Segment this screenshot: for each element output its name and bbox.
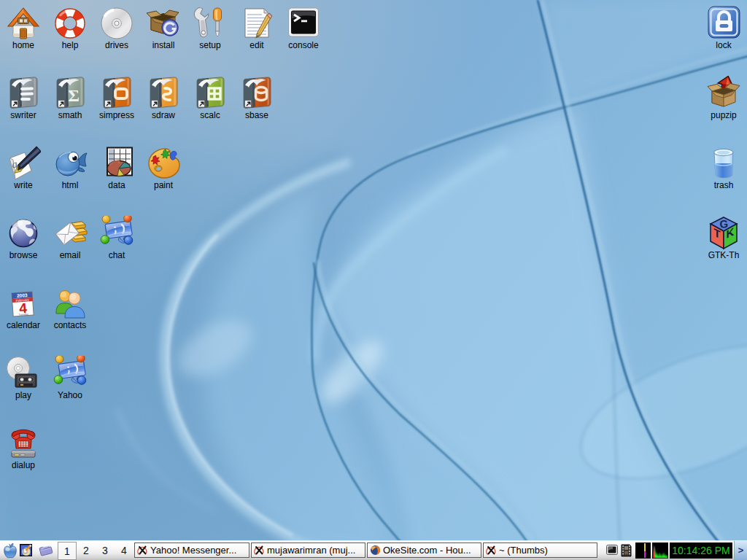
svg-text:Σ: Σ [68,86,80,105]
svg-text:2003: 2003 [17,292,28,298]
svg-text:Tuesday: Tuesday [18,313,28,316]
